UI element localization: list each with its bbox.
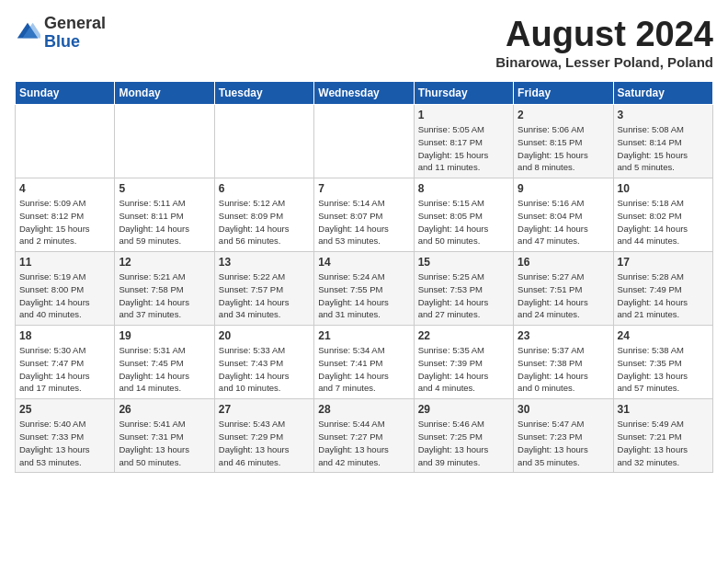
day-number: 7 xyxy=(318,182,409,195)
calendar-cell: 7Sunrise: 5:14 AM Sunset: 8:07 PM Daylig… xyxy=(314,178,414,252)
day-number: 3 xyxy=(618,109,709,121)
day-info: Sunrise: 5:24 AM Sunset: 7:55 PM Dayligh… xyxy=(318,270,409,321)
calendar-cell: 11Sunrise: 5:19 AM Sunset: 8:00 PM Dayli… xyxy=(16,252,115,326)
day-info: Sunrise: 5:38 AM Sunset: 7:35 PM Dayligh… xyxy=(618,344,709,395)
day-info: Sunrise: 5:12 AM Sunset: 8:09 PM Dayligh… xyxy=(219,197,310,247)
calendar-cell: 4Sunrise: 5:09 AM Sunset: 8:12 PM Daylig… xyxy=(16,178,115,252)
calendar-cell: 30Sunrise: 5:47 AM Sunset: 7:23 PM Dayli… xyxy=(514,399,613,473)
day-info: Sunrise: 5:27 AM Sunset: 7:51 PM Dayligh… xyxy=(518,270,609,321)
day-info: Sunrise: 5:33 AM Sunset: 7:43 PM Dayligh… xyxy=(219,344,310,395)
location-subtitle: Binarowa, Lesser Poland, Poland xyxy=(495,54,713,70)
logo-blue-text: Blue xyxy=(44,33,106,52)
day-number: 17 xyxy=(618,256,709,269)
calendar-cell: 13Sunrise: 5:22 AM Sunset: 7:57 PM Dayli… xyxy=(214,252,313,326)
header-cell-wednesday: Wednesday xyxy=(314,82,414,105)
calendar-cell: 12Sunrise: 5:21 AM Sunset: 7:58 PM Dayli… xyxy=(115,252,214,326)
calendar-cell: 2Sunrise: 5:06 AM Sunset: 8:15 PM Daylig… xyxy=(514,105,613,178)
title-block: August 2024 Binarowa, Lesser Poland, Pol… xyxy=(495,15,713,70)
calendar-cell xyxy=(16,105,115,178)
day-info: Sunrise: 5:34 AM Sunset: 7:41 PM Dayligh… xyxy=(318,344,409,395)
day-info: Sunrise: 5:18 AM Sunset: 8:02 PM Dayligh… xyxy=(618,197,709,247)
day-info: Sunrise: 5:11 AM Sunset: 8:11 PM Dayligh… xyxy=(119,197,210,247)
day-number: 12 xyxy=(119,256,210,269)
day-number: 28 xyxy=(318,403,409,416)
day-number: 5 xyxy=(119,182,210,195)
week-row-1: 1Sunrise: 5:05 AM Sunset: 8:17 PM Daylig… xyxy=(16,105,713,178)
calendar-body: 1Sunrise: 5:05 AM Sunset: 8:17 PM Daylig… xyxy=(16,105,713,473)
calendar-cell: 18Sunrise: 5:30 AM Sunset: 7:47 PM Dayli… xyxy=(16,326,115,399)
calendar-cell: 26Sunrise: 5:41 AM Sunset: 7:31 PM Dayli… xyxy=(115,399,214,473)
day-info: Sunrise: 5:21 AM Sunset: 7:58 PM Dayligh… xyxy=(119,270,210,321)
day-info: Sunrise: 5:43 AM Sunset: 7:29 PM Dayligh… xyxy=(219,418,310,468)
day-number: 6 xyxy=(219,182,310,195)
day-number: 2 xyxy=(518,109,609,121)
calendar-cell: 6Sunrise: 5:12 AM Sunset: 8:09 PM Daylig… xyxy=(214,178,313,252)
day-number: 31 xyxy=(618,403,709,416)
calendar-cell xyxy=(115,105,214,178)
month-title: August 2024 xyxy=(495,15,713,54)
calendar-cell xyxy=(314,105,414,178)
day-info: Sunrise: 5:40 AM Sunset: 7:33 PM Dayligh… xyxy=(19,418,110,468)
day-info: Sunrise: 5:41 AM Sunset: 7:31 PM Dayligh… xyxy=(119,418,210,468)
calendar-table: SundayMondayTuesdayWednesdayThursdayFrid… xyxy=(15,81,713,473)
header-cell-thursday: Thursday xyxy=(414,82,513,105)
day-number: 8 xyxy=(418,182,509,195)
day-number: 9 xyxy=(518,182,609,195)
day-info: Sunrise: 5:30 AM Sunset: 7:47 PM Dayligh… xyxy=(19,344,110,395)
day-info: Sunrise: 5:44 AM Sunset: 7:27 PM Dayligh… xyxy=(318,418,409,468)
header-row: SundayMondayTuesdayWednesdayThursdayFrid… xyxy=(16,82,713,105)
calendar-cell: 29Sunrise: 5:46 AM Sunset: 7:25 PM Dayli… xyxy=(414,399,513,473)
calendar-cell: 28Sunrise: 5:44 AM Sunset: 7:27 PM Dayli… xyxy=(314,399,414,473)
day-info: Sunrise: 5:19 AM Sunset: 8:00 PM Dayligh… xyxy=(19,270,110,321)
day-number: 19 xyxy=(119,329,210,342)
day-number: 21 xyxy=(318,329,409,342)
day-info: Sunrise: 5:28 AM Sunset: 7:49 PM Dayligh… xyxy=(618,270,709,321)
day-info: Sunrise: 5:09 AM Sunset: 8:12 PM Dayligh… xyxy=(19,197,110,247)
calendar-cell: 14Sunrise: 5:24 AM Sunset: 7:55 PM Dayli… xyxy=(314,252,414,326)
calendar-cell: 22Sunrise: 5:35 AM Sunset: 7:39 PM Dayli… xyxy=(414,326,513,399)
day-number: 14 xyxy=(318,256,409,269)
calendar-cell: 8Sunrise: 5:15 AM Sunset: 8:05 PM Daylig… xyxy=(414,178,513,252)
calendar-cell: 27Sunrise: 5:43 AM Sunset: 7:29 PM Dayli… xyxy=(214,399,313,473)
day-number: 4 xyxy=(19,182,110,195)
day-number: 26 xyxy=(119,403,210,416)
calendar-cell: 15Sunrise: 5:25 AM Sunset: 7:53 PM Dayli… xyxy=(414,252,513,326)
day-info: Sunrise: 5:31 AM Sunset: 7:45 PM Dayligh… xyxy=(119,344,210,395)
day-number: 23 xyxy=(518,329,609,342)
day-number: 11 xyxy=(19,256,110,269)
day-number: 13 xyxy=(219,256,310,269)
day-info: Sunrise: 5:05 AM Sunset: 8:17 PM Dayligh… xyxy=(418,123,509,174)
day-info: Sunrise: 5:37 AM Sunset: 7:38 PM Dayligh… xyxy=(518,344,609,395)
day-info: Sunrise: 5:16 AM Sunset: 8:04 PM Dayligh… xyxy=(518,197,609,247)
day-info: Sunrise: 5:47 AM Sunset: 7:23 PM Dayligh… xyxy=(518,418,609,468)
calendar-cell: 19Sunrise: 5:31 AM Sunset: 7:45 PM Dayli… xyxy=(115,326,214,399)
calendar-cell xyxy=(214,105,313,178)
day-number: 29 xyxy=(418,403,509,416)
day-number: 20 xyxy=(219,329,310,342)
logo: General Blue xyxy=(15,15,106,52)
day-number: 22 xyxy=(418,329,509,342)
day-info: Sunrise: 5:15 AM Sunset: 8:05 PM Dayligh… xyxy=(418,197,509,247)
header-cell-tuesday: Tuesday xyxy=(214,82,313,105)
day-number: 27 xyxy=(219,403,310,416)
calendar-header: SundayMondayTuesdayWednesdayThursdayFrid… xyxy=(16,82,713,105)
calendar-cell: 17Sunrise: 5:28 AM Sunset: 7:49 PM Dayli… xyxy=(613,252,712,326)
week-row-3: 11Sunrise: 5:19 AM Sunset: 8:00 PM Dayli… xyxy=(16,252,713,326)
calendar-cell: 24Sunrise: 5:38 AM Sunset: 7:35 PM Dayli… xyxy=(613,326,712,399)
day-number: 25 xyxy=(19,403,110,416)
page-header: General Blue August 2024 Binarowa, Lesse… xyxy=(15,15,713,70)
day-info: Sunrise: 5:46 AM Sunset: 7:25 PM Dayligh… xyxy=(418,418,509,468)
day-number: 15 xyxy=(418,256,509,269)
calendar-cell: 5Sunrise: 5:11 AM Sunset: 8:11 PM Daylig… xyxy=(115,178,214,252)
header-cell-sunday: Sunday xyxy=(16,82,115,105)
header-cell-friday: Friday xyxy=(514,82,613,105)
week-row-2: 4Sunrise: 5:09 AM Sunset: 8:12 PM Daylig… xyxy=(16,178,713,252)
day-number: 1 xyxy=(418,109,509,121)
week-row-5: 25Sunrise: 5:40 AM Sunset: 7:33 PM Dayli… xyxy=(16,399,713,473)
day-number: 16 xyxy=(518,256,609,269)
calendar-cell: 9Sunrise: 5:16 AM Sunset: 8:04 PM Daylig… xyxy=(514,178,613,252)
calendar-cell: 23Sunrise: 5:37 AM Sunset: 7:38 PM Dayli… xyxy=(514,326,613,399)
logo-icon xyxy=(15,20,40,46)
week-row-4: 18Sunrise: 5:30 AM Sunset: 7:47 PM Dayli… xyxy=(16,326,713,399)
day-info: Sunrise: 5:22 AM Sunset: 7:57 PM Dayligh… xyxy=(219,270,310,321)
